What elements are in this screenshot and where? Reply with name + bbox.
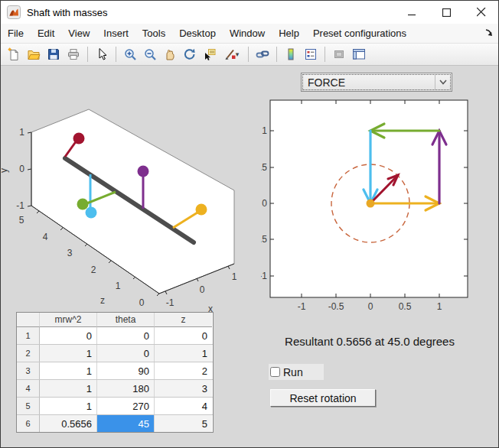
run-checkbox-group: Run [269,364,324,380]
save-figure-icon [47,47,60,61]
save-figure-button[interactable] [44,45,63,63]
table-cell[interactable]: 0 [97,345,155,362]
column-header-z[interactable]: z [155,313,212,327]
table-cell[interactable]: 3 [155,380,212,397]
table-cell[interactable]: 0 [40,327,97,344]
toolbar-separator [276,47,277,62]
mass-ball-z3 [77,199,89,210]
insert-legend-button[interactable] [302,45,320,63]
z-axis-label: z [100,295,105,306]
z-tick-label: 0 [139,297,145,308]
matlab-figure-window: Shaft with masses File Edit View Insert … [0,0,499,448]
y-axis-label: y [1,168,9,173]
column-header-mrw2[interactable]: mrw^2 [40,313,97,327]
row-number: 2 [17,345,40,362]
table-cell[interactable]: 2 [155,362,212,379]
figure-toolbar: ▾ [1,44,498,66]
table-cell[interactable]: 180 [97,380,155,397]
data-cursor-button[interactable] [201,45,219,63]
table-cell[interactable]: 1 [40,398,97,414]
zoom-in-icon [123,47,137,61]
toolbar-separator [325,47,325,62]
table-cell-selected[interactable]: 45 [97,415,155,432]
print-figure-button[interactable] [64,45,83,63]
minimize-button[interactable] [395,1,429,24]
close-button[interactable] [464,1,498,24]
edit-plot-button[interactable] [93,45,111,63]
y-tick-label: 0 [262,198,267,209]
mass-ball-z5 [73,133,85,144]
display-mode-dropdown[interactable]: FORCE [301,73,452,92]
table-header-row: mrw^2 theta z [17,313,213,327]
table-cell[interactable]: 1 [155,345,212,362]
x-tick-label: 1 [437,301,442,312]
print-figure-icon [67,47,80,61]
menu-view[interactable]: View [61,24,96,42]
x-tick-label: 1 [232,271,237,282]
chevron-down-icon [439,80,447,85]
table-cell[interactable]: 0 [155,327,212,344]
table-row: 5 1 270 4 [17,398,213,415]
force-diagram-axes[interactable]: -1 -0.5 0 0.5 1 1 0.5 0 -0.5 -1 [261,96,499,314]
zoom-out-button[interactable] [141,45,159,63]
show-plot-tools-button[interactable] [350,45,368,63]
menu-preset-configurations[interactable]: Preset configurations [306,24,413,42]
table-corner-cell [17,313,40,327]
table-cell[interactable]: 0 [97,327,155,344]
pan-button[interactable] [161,45,179,63]
rotate-3d-button[interactable] [181,45,199,63]
reset-rotation-button[interactable]: Reset rotation [270,389,376,407]
close-icon [477,8,486,17]
menu-file[interactable]: File [1,24,31,42]
z-tick-label: 4 [43,232,48,242]
mass-ball-z2 [138,166,149,177]
insert-colorbar-button[interactable] [282,45,300,63]
table-cell[interactable]: 270 [97,398,155,414]
table-cell[interactable]: 4 [155,398,212,414]
table-cell[interactable]: 1 [40,345,97,362]
y-tick-label: 0.5 [261,162,267,173]
menu-insert[interactable]: Insert [96,24,135,42]
table-cell[interactable]: 1 [40,380,97,397]
dock-figure-button[interactable] [484,27,494,41]
y-tick-label: -0.5 [261,234,267,245]
zoom-in-button[interactable] [121,45,139,63]
title-bar[interactable]: Shaft with masses [1,1,498,24]
x-tick-label: -0.5 [328,301,344,312]
row-number: 3 [17,362,40,379]
new-figure-icon [7,47,21,61]
menu-window[interactable]: Window [223,24,272,42]
hide-plot-tools-icon [332,47,346,61]
run-checkbox[interactable] [270,367,280,377]
new-figure-button[interactable] [5,45,23,63]
link-plot-button[interactable] [253,45,272,63]
table-row: 3 1 90 2 [17,362,213,380]
column-header-theta[interactable]: theta [97,313,155,327]
table-cell[interactable]: 1 [40,362,97,379]
mass-ball-z1 [196,204,207,216]
table-cell[interactable]: 90 [97,362,155,379]
menu-tools[interactable]: Tools [135,24,172,42]
open-file-button[interactable] [24,45,43,63]
run-checkbox-label: Run [283,366,303,378]
table-cell[interactable]: 0.5656 [40,415,97,432]
dropdown-selected-value: FORCE [308,76,345,89]
table-cell[interactable]: 5 [155,415,212,432]
menu-desktop[interactable]: Desktop [172,24,223,42]
menu-help[interactable]: Help [272,24,306,42]
brush-data-button[interactable]: ▾ [220,45,243,63]
dropdown-chevron-button[interactable] [435,75,450,89]
menu-edit[interactable]: Edit [31,24,61,42]
z-tick-label: 2 [91,265,96,275]
toolbar-separator [87,47,88,62]
shaft-3d-axes[interactable]: 1 0 -1 y 5 4 3 2 1 0 z -1 0 1 x [1,96,265,314]
y-tick-label: -1 [16,200,24,211]
insert-legend-icon [304,47,318,61]
maximize-button[interactable] [429,1,464,24]
x-tick-label: 0.5 [399,301,412,312]
row-number: 5 [17,398,40,414]
y-tick-label: 0 [19,164,24,174]
y-tick-label: -1 [261,271,267,281]
mass-ball-z4 [86,207,97,219]
hide-plot-tools-button[interactable] [330,45,348,63]
